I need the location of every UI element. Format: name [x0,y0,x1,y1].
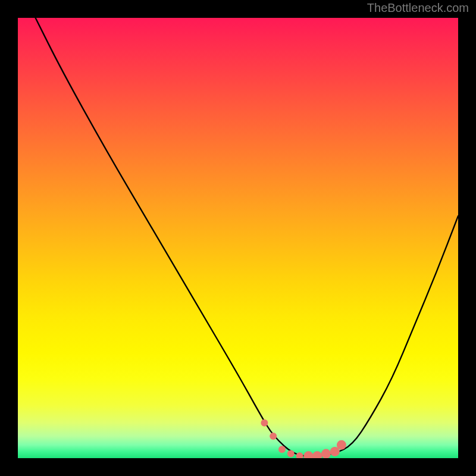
plot-area [18,18,458,458]
highlight-dot [287,450,295,458]
highlight-dot [337,440,346,450]
highlight-dot [312,451,322,458]
highlight-dot [321,449,331,458]
chart-container: TheBottleneck.com [0,0,476,476]
highlight-dot [296,452,303,458]
curve-svg [18,18,458,458]
highlight-dot [261,419,268,427]
highlight-marker-group [261,419,346,458]
bottleneck-curve [36,18,458,456]
highlight-dot [270,433,277,440]
highlight-dot [330,447,340,456]
highlight-dot [278,446,286,453]
attribution-label: TheBottleneck.com [367,1,469,15]
highlight-dot [303,451,313,458]
